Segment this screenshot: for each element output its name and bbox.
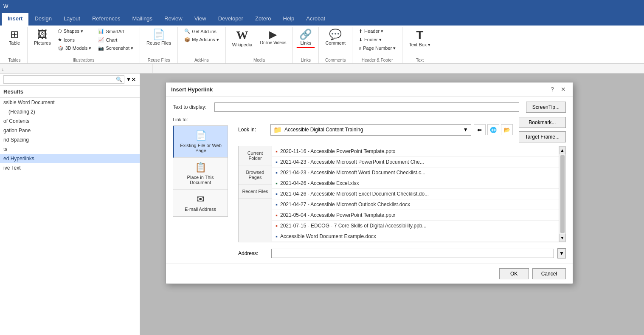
sidebar-item-6[interactable]: ed Hyperlinks — [0, 154, 140, 163]
3d-models-button[interactable]: 🎲 3D Models ▾ — [55, 44, 95, 52]
reuse-icon: 📄 — [152, 29, 165, 40]
chart-button[interactable]: 📈 Chart — [95, 36, 136, 44]
tab-developer[interactable]: Developer — [212, 13, 249, 26]
screenshot-button[interactable]: 📷 Screenshot ▾ — [95, 44, 136, 52]
addins-label: Add-ins — [194, 58, 209, 63]
svg-rect-0 — [0, 64, 644, 74]
cancel-button[interactable]: Cancel — [532, 268, 566, 279]
pictures-button[interactable]: 🖼 Pictures — [31, 27, 54, 48]
tab-zotero[interactable]: Zotero — [249, 13, 277, 26]
my-addins-button[interactable]: 📦 My Add-ins ▾ — [181, 36, 222, 44]
link-to-email[interactable]: ✉ E-mail Address — [173, 190, 228, 216]
get-addins-button[interactable]: 🔍 Get Add-ins — [181, 27, 222, 35]
tab-insert[interactable]: Insert — [2, 13, 28, 26]
docx-icon-1: ▪ — [276, 159, 278, 165]
sidebar-item-5[interactable]: ts — [0, 145, 140, 154]
sidebar-close-button[interactable]: ✕ — [131, 76, 136, 83]
icons-button[interactable]: ★ Icons — [55, 36, 95, 44]
file-item-4[interactable]: ▪ 2021-04-26 - Accessible Microsoft Exce… — [272, 189, 559, 199]
sidebar-item-0[interactable]: ssible Word Document — [0, 98, 140, 107]
comment-button[interactable]: 💬 Comment — [322, 27, 349, 48]
svg-text:L: L — [2, 68, 4, 71]
search-input[interactable] — [6, 77, 116, 82]
file-item-2[interactable]: ▪ 2021-04-23 - Accessible Microsoft Word… — [272, 168, 559, 178]
tab-review[interactable]: Review — [158, 13, 188, 26]
ruler-svg: L — [0, 64, 644, 74]
link-to-place-in-doc[interactable]: 📋 Place in This Document — [173, 158, 228, 190]
screentip-button[interactable]: ScreenTip... — [526, 102, 566, 113]
scrollbar-up[interactable]: ▲ — [559, 146, 565, 154]
text-to-display-input[interactable] — [214, 102, 519, 112]
footer-button[interactable]: ⬇ Footer ▾ — [356, 36, 399, 44]
current-folder-tab[interactable]: Current Folder — [239, 146, 272, 165]
look-in-select[interactable]: 📁 Accessible Digital Content Training ▼ — [270, 124, 471, 136]
smartart-button[interactable]: 📊 SmartArt — [95, 27, 136, 35]
ribbon-content: ⊞ Table Tables 🖼 Pictures ⬡ Shapes ▾ — [0, 26, 644, 64]
address-dropdown[interactable]: ▼ — [557, 248, 566, 258]
chart-icon: 📈 — [98, 37, 104, 43]
look-in-folder-icon: 📁 — [273, 126, 282, 134]
scrollbar-thumb[interactable] — [560, 155, 565, 233]
header-button[interactable]: ⬆ Header ▾ — [356, 27, 399, 35]
document-area: Insert Hyperlink ? ✕ Text to display: Sc… — [140, 74, 644, 335]
scrollbar-down[interactable]: ▼ — [559, 234, 565, 242]
address-input[interactable] — [271, 249, 554, 258]
target-frame-button[interactable]: Target Frame... — [519, 131, 566, 142]
tab-acrobat[interactable]: Acrobat — [300, 13, 331, 26]
reuse-files-button[interactable]: 📄 Reuse Files — [143, 27, 174, 48]
tab-design[interactable]: Design — [28, 13, 57, 26]
tab-view[interactable]: View — [188, 13, 212, 26]
search-web-button[interactable]: 🌐 — [487, 124, 499, 135]
sidebar-item-3[interactable]: gation Pane — [0, 126, 140, 135]
illustrations-label: Illustrations — [73, 58, 95, 63]
online-videos-icon: ▶ — [269, 29, 277, 40]
docx-icon-4: ▪ — [276, 190, 278, 197]
3d-icon: 🎲 — [58, 45, 64, 51]
dialog-help-button[interactable]: ? — [549, 86, 556, 93]
page-number-button[interactable]: # Page Number ▾ — [356, 44, 399, 52]
tab-layout[interactable]: Layout — [58, 13, 86, 26]
file-item-3[interactable]: ▪ 2021-04-26 - Accessible Excel.xlsx — [272, 178, 559, 189]
textbox-icon: T — [416, 29, 423, 41]
textbox-button[interactable]: T Text Box ▾ — [406, 27, 433, 50]
file-item-8[interactable]: ▪ Accessible Word Document Example.docx — [272, 231, 559, 242]
browsed-pages-tab[interactable]: Browsed Pages — [239, 165, 272, 185]
browse-button[interactable]: 📂 — [501, 124, 513, 135]
address-row: Address: ▼ — [238, 248, 566, 258]
go-back-button[interactable]: ⬅ — [474, 124, 486, 135]
email-icon: ✉ — [197, 194, 204, 205]
tab-mailings[interactable]: Mailings — [126, 13, 158, 26]
my-addins-icon: 📦 — [184, 37, 190, 43]
dialog-close-button[interactable]: ✕ — [559, 86, 568, 93]
recent-files-tab[interactable]: Recent Files — [239, 185, 272, 199]
file-item-1[interactable]: ▪ 2021-04-23 - Accessible Microsoft Powe… — [272, 157, 559, 168]
table-button[interactable]: ⊞ Table — [5, 27, 24, 48]
ribbon-group-links: 🔗 Links Links — [293, 27, 319, 63]
sidebar-collapse-button[interactable]: ▼ — [126, 77, 131, 82]
file-item-7[interactable]: ▪ 2021-07-15 - EDCOG - 7 Core Skills of … — [272, 221, 559, 231]
sidebar-item-1[interactable]: (Heading 2) — [0, 107, 140, 116]
links-button[interactable]: 🔗 Links — [296, 27, 315, 48]
file-item-5[interactable]: ▪ 2021-04-27 - Accessible Microsoft Outl… — [272, 199, 559, 210]
sidebar-item-2[interactable]: of Contents — [0, 116, 140, 126]
file-item-0[interactable]: ▪ 2020-11-16 - Accessible PowerPoint Tem… — [272, 146, 559, 157]
ok-button[interactable]: OK — [499, 268, 529, 279]
footer-icon: ⬇ — [359, 37, 363, 43]
link-to-existing-file[interactable]: 📄 Existing File or Web Page — [173, 126, 228, 158]
file-scrollbar[interactable]: ▲ ▼ — [559, 146, 566, 242]
bookmark-button[interactable]: Bookmark... — [519, 117, 566, 128]
ruler: L — [0, 64, 644, 74]
wikipedia-button[interactable]: W Wikipedia — [229, 27, 256, 49]
reuse-label: Reuse Files — [148, 58, 170, 63]
dialog-titlebar: Insert Hyperlink ? ✕ — [166, 82, 573, 97]
file-list: ▪ 2020-11-16 - Accessible PowerPoint Tem… — [272, 146, 559, 242]
tab-help[interactable]: Help — [277, 13, 301, 26]
online-videos-button[interactable]: ▶ Online Videos — [257, 27, 289, 47]
sidebar-item-7[interactable]: ive Text — [0, 163, 140, 173]
sidebar-item-4[interactable]: nd Spacing — [0, 135, 140, 145]
headerfooter-label: Header & Footer — [362, 58, 393, 63]
shapes-button[interactable]: ⬡ Shapes ▾ — [55, 27, 95, 35]
file-item-6[interactable]: ▪ 2021-05-04 - Accessible PowerPoint Tem… — [272, 210, 559, 221]
existing-file-icon: 📄 — [195, 130, 207, 141]
tab-references[interactable]: References — [86, 13, 126, 26]
